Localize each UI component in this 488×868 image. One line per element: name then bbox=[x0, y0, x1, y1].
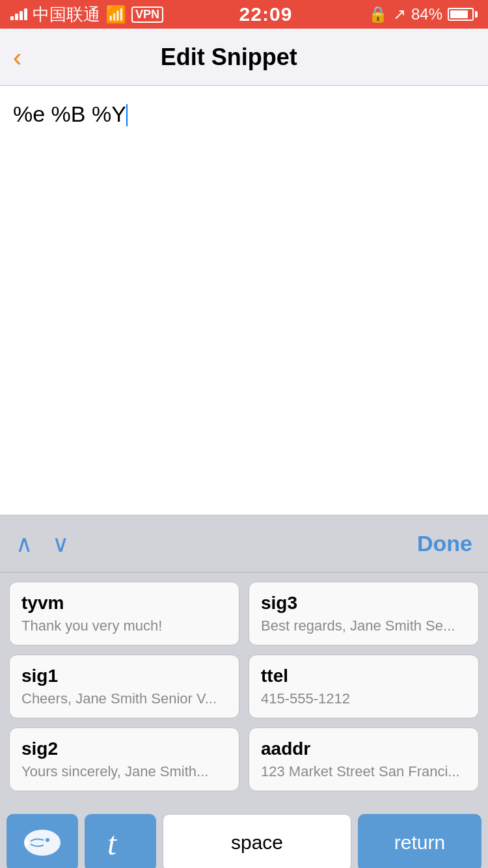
fish-icon-button[interactable] bbox=[7, 814, 78, 868]
snippet-card[interactable]: sig3Best regards, Jane Smith Se... bbox=[249, 582, 479, 645]
keyboard-row: t space return bbox=[0, 800, 488, 868]
status-bar: 中国联通 📶 VPN 22:09 🔒 ↗ 84% bbox=[0, 0, 488, 29]
status-time: 22:09 bbox=[239, 3, 293, 25]
snippet-shortcut: tyvm bbox=[21, 593, 227, 614]
snippet-card[interactable]: tyvmThank you very much! bbox=[9, 582, 239, 645]
wifi-icon: 📶 bbox=[105, 5, 126, 25]
toolbar: ∧ ∨ Done bbox=[0, 515, 488, 573]
snippet-shortcut: sig3 bbox=[261, 593, 467, 614]
svg-point-0 bbox=[24, 830, 61, 856]
snippet-card[interactable]: sig2Yours sincerely, Jane Smith... bbox=[9, 727, 239, 791]
return-button[interactable]: return bbox=[358, 814, 481, 868]
svg-text:t: t bbox=[107, 825, 117, 861]
page-title: Edit Snippet bbox=[161, 44, 297, 71]
snippet-shortcut: sig2 bbox=[21, 739, 227, 759]
snippet-card[interactable]: ttel415-555-1212 bbox=[249, 655, 479, 718]
editor-text[interactable]: %e %B %Y bbox=[13, 99, 475, 130]
lock-icon: 🔒 bbox=[368, 5, 388, 23]
editor-area[interactable]: %e %B %Y bbox=[0, 86, 488, 515]
snippet-shortcut: sig1 bbox=[21, 666, 227, 686]
snippet-card[interactable]: aaddr123 Market Street San Franci... bbox=[249, 727, 479, 791]
status-left: 中国联通 📶 VPN bbox=[10, 3, 163, 26]
battery-icon bbox=[448, 8, 478, 21]
location-icon: ↗ bbox=[393, 5, 406, 23]
battery-percent: 84% bbox=[411, 5, 442, 23]
snippet-card[interactable]: sig1Cheers, Jane Smith Senior V... bbox=[9, 655, 239, 718]
text-cursor bbox=[126, 104, 128, 126]
back-button[interactable]: ‹ bbox=[13, 44, 21, 70]
snippet-preview: 415-555-1212 bbox=[261, 690, 467, 707]
snippet-preview: Cheers, Jane Smith Senior V... bbox=[21, 690, 227, 707]
t-icon-button[interactable]: t bbox=[85, 814, 156, 868]
toolbar-arrows: ∧ ∨ bbox=[16, 530, 69, 558]
snippet-preview: Yours sincerely, Jane Smith... bbox=[21, 763, 227, 780]
snippet-preview: Best regards, Jane Smith Se... bbox=[261, 617, 467, 634]
snippets-grid: tyvmThank you very much!sig3Best regards… bbox=[0, 573, 488, 800]
signal-icon bbox=[10, 8, 27, 20]
svg-point-1 bbox=[46, 838, 49, 842]
status-right: 🔒 ↗ 84% bbox=[368, 5, 478, 23]
space-button[interactable]: space bbox=[163, 814, 351, 868]
snippet-preview: 123 Market Street San Franci... bbox=[261, 763, 467, 780]
snippet-preview: Thank you very much! bbox=[21, 617, 227, 634]
up-arrow-button[interactable]: ∧ bbox=[16, 530, 33, 558]
snippet-shortcut: aaddr bbox=[261, 739, 467, 759]
editor-content: %e %B %Y bbox=[13, 102, 126, 126]
carrier-name: 中国联通 bbox=[33, 3, 100, 26]
nav-bar: ‹ Edit Snippet bbox=[0, 29, 488, 86]
done-button[interactable]: Done bbox=[417, 531, 472, 556]
down-arrow-button[interactable]: ∨ bbox=[52, 530, 69, 558]
vpn-badge: VPN bbox=[131, 7, 163, 23]
snippet-shortcut: ttel bbox=[261, 666, 467, 686]
